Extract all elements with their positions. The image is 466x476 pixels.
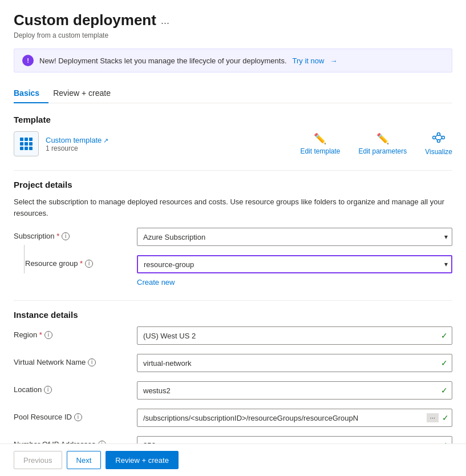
pool-resource-id-label: Pool Resource ID bbox=[14, 413, 72, 421]
visualize-icon bbox=[432, 132, 445, 146]
location-info-icon[interactable]: i bbox=[44, 386, 52, 394]
virtual-network-name-info-icon[interactable]: i bbox=[88, 358, 96, 366]
pool-resource-more-button[interactable]: ··· bbox=[427, 413, 439, 422]
edit-parameters-icon: ✏️ bbox=[376, 132, 389, 145]
edit-template-icon: ✏️ bbox=[314, 132, 326, 145]
template-info: Custom template 1 resource bbox=[46, 136, 108, 152]
region-check-icon: ✓ bbox=[441, 331, 448, 340]
tab-bar: Basics Review + create bbox=[14, 84, 452, 103]
pool-resource-id-input-wrapper: ··· ✓ bbox=[137, 409, 452, 427]
deployment-stacks-banner: ! New! Deployment Stacks let you manage … bbox=[14, 49, 452, 72]
tab-basics[interactable]: Basics bbox=[14, 84, 48, 103]
instance-details-title: Instance details bbox=[14, 310, 452, 320]
project-details-title: Project details bbox=[14, 180, 452, 189]
project-details-section: Project details Select the subscription … bbox=[14, 180, 452, 287]
template-icon-box bbox=[14, 131, 39, 156]
virtual-network-name-label: Virtual Network Name bbox=[14, 358, 86, 366]
template-actions: ✏️ Edit template ✏️ Edit parameters bbox=[300, 132, 452, 156]
footer-bar: Previous Next Review + create bbox=[0, 443, 466, 476]
pool-resource-id-input[interactable] bbox=[137, 409, 452, 427]
visualize-label: Visualize bbox=[425, 148, 452, 156]
banner-text: New! Deployment Stacks let you manage th… bbox=[39, 57, 287, 65]
instance-details-section: Instance details Region i (US) West US 2… bbox=[14, 310, 452, 454]
virtual-network-name-row: Virtual Network Name i ✓ bbox=[14, 354, 452, 372]
subscription-label: Subscription bbox=[14, 232, 59, 240]
virtual-network-name-input[interactable] bbox=[137, 354, 452, 372]
subscription-row: Subscription i Azure Subscription ▾ bbox=[14, 228, 452, 246]
resource-group-label: Resource group bbox=[25, 259, 83, 268]
banner-arrow: → bbox=[330, 57, 337, 65]
page-subtitle: Deploy from a custom template bbox=[14, 31, 452, 39]
resource-count: 1 resource bbox=[46, 144, 108, 152]
location-row: Location i ✓ bbox=[14, 381, 452, 400]
subscription-info-icon[interactable]: i bbox=[62, 232, 70, 240]
region-row: Region i (US) West US 2 ✓ bbox=[14, 326, 452, 345]
location-label: Location bbox=[14, 385, 42, 394]
resource-group-select-wrapper: resource-group ▾ bbox=[137, 255, 452, 273]
edit-template-button[interactable]: ✏️ Edit template bbox=[300, 132, 340, 155]
template-section-title: Template bbox=[14, 115, 452, 124]
subscription-select[interactable]: Azure Subscription bbox=[137, 228, 452, 246]
svg-point-3 bbox=[437, 139, 440, 142]
template-section: Template bbox=[14, 115, 452, 156]
project-details-desc: Select the subscription to manage deploy… bbox=[14, 196, 452, 219]
edit-template-label: Edit template bbox=[300, 147, 340, 155]
resource-group-info-icon[interactable]: i bbox=[85, 260, 93, 268]
svg-line-4 bbox=[436, 135, 437, 137]
subscription-select-wrapper: Azure Subscription ▾ bbox=[137, 228, 452, 246]
virtual-network-name-input-wrapper: ✓ bbox=[137, 354, 452, 372]
svg-line-6 bbox=[440, 138, 442, 140]
template-icon bbox=[20, 138, 33, 150]
divider-2 bbox=[14, 300, 452, 301]
more-icon[interactable]: ... bbox=[161, 15, 169, 27]
svg-point-0 bbox=[433, 136, 436, 139]
virtual-network-name-check-icon: ✓ bbox=[441, 358, 448, 368]
page-title: Custom deployment bbox=[14, 11, 156, 29]
tab-review-create[interactable]: Review + create bbox=[53, 84, 120, 103]
pool-resource-id-check-icon: ✓ bbox=[442, 413, 449, 422]
template-card: Custom template 1 resource ✏️ Edit templ… bbox=[14, 131, 452, 156]
svg-point-2 bbox=[442, 136, 445, 139]
region-label: Region bbox=[14, 330, 42, 339]
location-input-wrapper: ✓ bbox=[137, 381, 452, 400]
svg-point-1 bbox=[437, 132, 440, 135]
left-border-line bbox=[24, 245, 25, 273]
location-input[interactable] bbox=[137, 381, 452, 400]
create-new-link[interactable]: Create new bbox=[137, 278, 175, 287]
review-create-button[interactable]: Review + create bbox=[106, 451, 179, 469]
region-select[interactable]: (US) West US 2 bbox=[137, 326, 452, 345]
visualize-button[interactable]: Visualize bbox=[425, 132, 452, 156]
region-info-icon[interactable]: i bbox=[44, 331, 52, 339]
region-select-wrapper: (US) West US 2 ✓ bbox=[137, 326, 452, 345]
edit-parameters-label: Edit parameters bbox=[358, 147, 407, 155]
edit-parameters-button[interactable]: ✏️ Edit parameters bbox=[358, 132, 407, 155]
resource-group-field-col: resource-group ▾ bbox=[137, 255, 452, 273]
svg-line-5 bbox=[440, 135, 442, 137]
template-link[interactable]: Custom template bbox=[46, 136, 108, 144]
pool-resource-id-row: Pool Resource ID i ··· ✓ bbox=[14, 409, 452, 427]
resource-group-select[interactable]: resource-group bbox=[137, 255, 452, 273]
divider-1 bbox=[14, 170, 452, 171]
banner-icon: ! bbox=[22, 55, 34, 66]
next-button[interactable]: Next bbox=[67, 451, 102, 469]
pool-resource-id-info-icon[interactable]: i bbox=[74, 413, 82, 421]
previous-button[interactable]: Previous bbox=[14, 451, 62, 469]
banner-link[interactable]: Try it now bbox=[293, 57, 325, 65]
location-check-icon: ✓ bbox=[441, 386, 448, 395]
svg-line-7 bbox=[436, 138, 437, 140]
